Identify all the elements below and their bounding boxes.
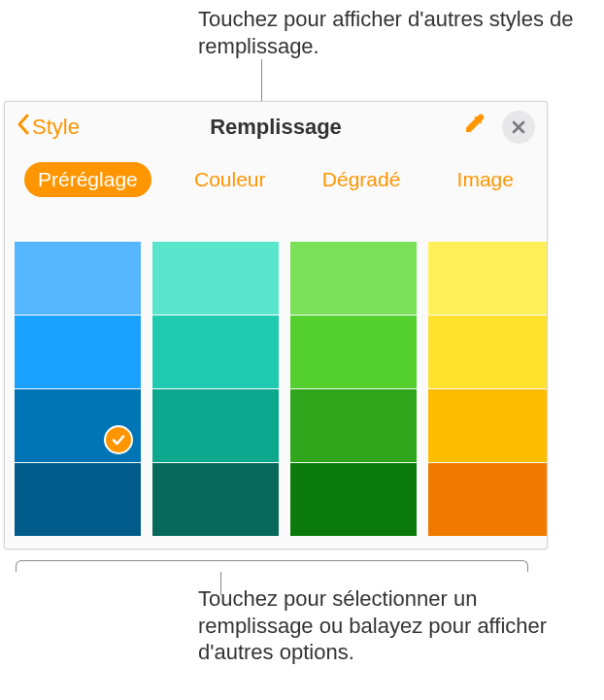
swatch-column [152, 242, 279, 539]
back-label: Style [32, 115, 80, 140]
selected-indicator [104, 425, 133, 454]
callout-bottom: Touchez pour sélectionner un remplissage… [198, 585, 596, 666]
close-icon [512, 120, 525, 134]
swatch-cell[interactable] [290, 242, 417, 315]
preset-swatches[interactable] [15, 242, 547, 549]
swatch-cell[interactable] [152, 463, 279, 536]
fill-tabs: Préréglage Couleur Dégradé Image [5, 156, 547, 211]
back-button[interactable]: Style [17, 114, 80, 141]
panel-header: Style Remplissage [5, 102, 547, 152]
swatch-cell[interactable] [152, 389, 279, 462]
check-icon [111, 432, 126, 448]
swatch-cell[interactable] [15, 463, 141, 536]
swatch-cell[interactable] [428, 316, 547, 388]
tab-preset[interactable]: Préréglage [24, 162, 151, 197]
swatch-column [290, 242, 417, 539]
tab-gradient[interactable]: Dégradé [309, 162, 415, 197]
close-button[interactable] [502, 111, 535, 144]
swatch-cell[interactable] [428, 242, 547, 315]
swatch-cell[interactable] [290, 316, 417, 388]
swatch-cell[interactable] [428, 389, 547, 462]
swatch-cell[interactable] [428, 463, 547, 536]
fill-panel: Style Remplissage Préréglage Couleur Dég… [4, 101, 548, 550]
callout-top: Touchez pour afficher d'autres styles de… [198, 6, 596, 59]
chevron-left-icon [17, 114, 32, 141]
header-actions [463, 102, 535, 152]
swatch-cell[interactable] [152, 242, 279, 315]
swatch-column [15, 242, 141, 539]
swatch-cell[interactable] [290, 389, 417, 462]
swatch-cell[interactable] [152, 316, 279, 388]
swatch-cell[interactable] [15, 389, 141, 462]
eyedropper-button[interactable] [463, 113, 488, 142]
swatch-cell[interactable] [15, 242, 141, 315]
swatch-cell[interactable] [15, 316, 141, 388]
swatch-column [428, 242, 547, 539]
callout-line-bottom [16, 560, 528, 572]
tab-color[interactable]: Couleur [181, 162, 280, 197]
tab-image[interactable]: Image [444, 162, 527, 197]
eyedropper-icon [463, 113, 488, 138]
swatch-cell[interactable] [290, 463, 417, 536]
